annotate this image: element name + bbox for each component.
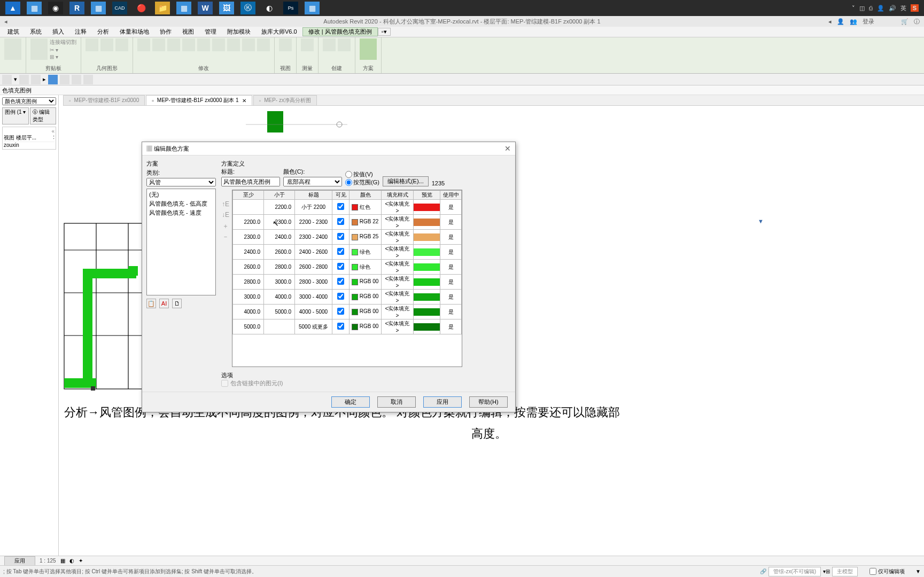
cell-title[interactable]: 3000 - 4000 [295, 290, 332, 305]
cell-visible[interactable] [332, 305, 350, 319]
cell-color[interactable]: RGB 22 [350, 215, 382, 230]
tray-volume-icon[interactable]: 🔊 [889, 5, 896, 12]
ribbon-edit-icon[interactable] [152, 38, 165, 51]
ribbon-paste-icon[interactable] [30, 38, 48, 60]
quickbar-icon[interactable] [60, 75, 69, 84]
cell-max[interactable]: 2600.0 [264, 245, 295, 260]
login-link[interactable]: 登录 [863, 18, 874, 26]
cell-fill[interactable]: <实体填充> [382, 230, 414, 245]
ribbon-view-icon[interactable] [279, 38, 292, 51]
table-row[interactable]: 2600.02800.02600 - 2800 绿色<实体填充>是 [233, 260, 462, 275]
cell-title[interactable]: 2300 - 2400 [295, 230, 332, 245]
ribbon-geom-icon[interactable] [100, 38, 113, 51]
menu-tab[interactable]: 管理 [199, 28, 222, 36]
editable-only-check[interactable]: 仅可编辑项 [869, 568, 905, 575]
tray-ime[interactable]: 英 [900, 4, 906, 12]
close-icon[interactable]: ✕ [242, 98, 246, 104]
help-icon[interactable]: ⓘ [914, 18, 920, 26]
menu-tab[interactable]: 注释 [69, 28, 92, 36]
cell-color[interactable]: RGB 00 [350, 305, 382, 319]
taskbar-steam-icon[interactable]: ◐ [262, 2, 277, 14]
ribbon-edit-icon[interactable] [212, 38, 225, 51]
cell-min[interactable]: 3000.0 [233, 290, 264, 305]
sort-down-icon[interactable]: ↓E [221, 211, 230, 220]
ribbon-edit-icon[interactable] [182, 38, 195, 51]
menu-tab[interactable]: 分析 [92, 28, 114, 36]
sort-up-icon[interactable]: ↑E [221, 200, 230, 209]
type-selector[interactable]: 颜色填充图例 [2, 97, 56, 105]
status-icon[interactable]: 🔗 [760, 568, 766, 574]
cell-fill[interactable]: <实体填充> [382, 215, 414, 230]
menu-expand-icon[interactable]: ▫▾ [378, 28, 391, 36]
quickbar-icon[interactable] [2, 75, 12, 84]
menu-tab[interactable]: 体量和场地 [114, 28, 154, 36]
doc-tab-active[interactable]: ▫MEP-管综建模-B1F zx0000 副本 1✕ [146, 95, 252, 105]
taskbar-app-icon[interactable]: Ⓚ [240, 2, 255, 14]
edit-type-button[interactable]: 🛈 编辑类型 [30, 107, 57, 124]
cell-max[interactable]: 5000.0 [264, 305, 295, 319]
qat-icon[interactable]: ◂ [4, 18, 11, 25]
cell-max[interactable]: 4000.0 [264, 290, 295, 305]
model-field[interactable]: 主模型 [832, 567, 858, 576]
ribbon-edit-icon[interactable] [242, 38, 255, 51]
scheme-list[interactable]: (无) 风管颜色填充 - 低高度 风管颜色填充 - 速度 [146, 189, 216, 295]
apply-tab[interactable]: 应用 [4, 556, 35, 566]
cell-max[interactable]: 2400.0 [264, 230, 295, 245]
table-row[interactable]: 2200.02300.02200 - 2300 RGB 22<实体填充>是 [233, 215, 462, 230]
cell-max[interactable]: 2800.0 [264, 260, 295, 275]
cell-color[interactable]: RGB 00 [350, 290, 382, 305]
taskbar-app-icon[interactable]: 📁 [155, 2, 170, 14]
taskbar-app-icon[interactable]: 🔴 [134, 2, 149, 14]
taskbar-ps-icon[interactable]: Ps [283, 2, 298, 14]
taskbar-app-icon[interactable]: ▦ [91, 2, 106, 14]
ok-button[interactable]: 确定 [331, 396, 370, 408]
taskbar-app-icon[interactable]: ▦ [27, 2, 42, 14]
nav-icon[interactable]: ◂ [828, 18, 832, 25]
ribbon-geom-icon[interactable] [86, 38, 98, 51]
taskbar-app-icon[interactable]: ▦ [176, 2, 191, 14]
cell-max[interactable]: 3000.0 [264, 275, 295, 290]
taskbar-revit-icon[interactable]: R [69, 2, 84, 14]
color-select[interactable]: 底部高程 [283, 177, 342, 186]
cell-title[interactable]: 2200 - 2300 [295, 215, 332, 230]
legend-button[interactable]: 图例 (1 ▾ [2, 107, 29, 124]
cell-max[interactable]: 2200.0 [264, 200, 295, 215]
taskbar-word-icon[interactable]: W [198, 2, 213, 14]
cell-min[interactable]: 2400.0 [233, 245, 264, 260]
cell-visible[interactable] [332, 275, 350, 290]
cell-min[interactable]: 2800.0 [233, 275, 264, 290]
rename-icon[interactable]: AI [159, 299, 169, 308]
cell-max[interactable] [264, 319, 295, 334]
cell-fill[interactable]: <实体填充> [382, 275, 414, 290]
table-row[interactable]: 2200.0小于 2200 红色<实体填充>是 [233, 200, 462, 215]
taskbar-app-icon[interactable]: ▦ [305, 2, 320, 14]
ribbon-cut-icon[interactable]: ✂ ▾ [50, 47, 76, 53]
cancel-button[interactable]: 取消 [377, 396, 416, 408]
add-row-icon[interactable]: ＋ [221, 222, 230, 230]
ribbon-edit-icon[interactable] [137, 38, 150, 51]
quickbar-icon[interactable] [19, 75, 29, 84]
menu-tab[interactable]: 视图 [177, 28, 199, 36]
ribbon-join-icon[interactable]: ⊞ ▾ [50, 54, 76, 60]
table-row[interactable]: 4000.05000.04000 - 5000 RGB 00<实体填充>是 [233, 305, 462, 319]
cell-visible[interactable] [332, 245, 350, 260]
remove-row-icon[interactable]: － [221, 232, 230, 241]
scale-text[interactable]: 1 : 125 [40, 558, 56, 564]
cell-visible[interactable] [332, 200, 350, 215]
taskbar-app-icon[interactable]: ▲ [5, 2, 20, 14]
doc-tab[interactable]: ▫MEP-管综建模-B1F zx0000 [63, 95, 145, 105]
tray-icon[interactable]: ◫ [859, 5, 865, 12]
menu-tab[interactable]: 插入 [47, 28, 69, 36]
ribbon-geom-icon[interactable] [115, 38, 128, 51]
cell-fill[interactable]: <实体填充> [382, 200, 414, 215]
help-button[interactable]: 帮助(H) [469, 396, 508, 408]
view-control-icon[interactable]: ✦ [79, 558, 83, 564]
cell-color[interactable]: 红色 [350, 200, 382, 215]
cell-color[interactable]: RGB 25 [350, 230, 382, 245]
doc-tab[interactable]: ▫MEP- zx净高分析图 [253, 95, 317, 105]
cell-max[interactable]: 2300.0 [264, 215, 295, 230]
taskbar-app-icon[interactable]: ◉ [48, 2, 63, 14]
cell-title[interactable]: 2800 - 3000 [295, 275, 332, 290]
view-control-icon[interactable]: ▦ [60, 558, 65, 564]
cell-title[interactable]: 5000 或更多 [295, 319, 332, 334]
